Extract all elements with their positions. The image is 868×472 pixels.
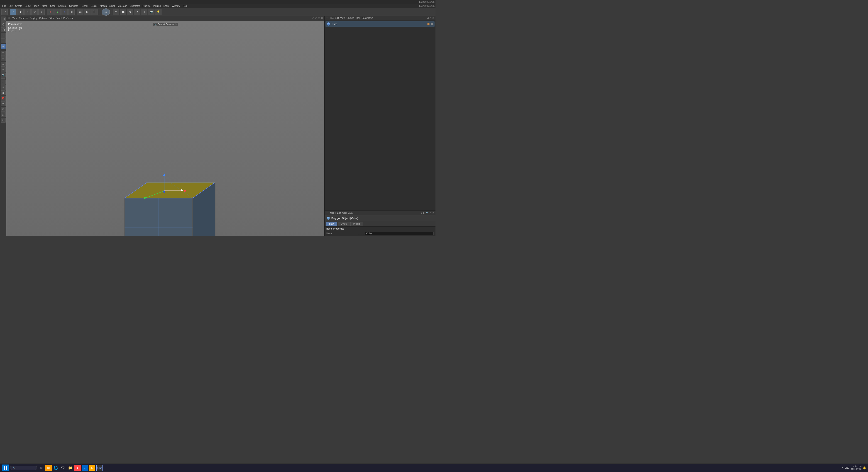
- viewport-menu-panel[interactable]: Panel: [56, 17, 62, 20]
- knife-tool[interactable]: ✂: [1, 117, 6, 123]
- menu-window[interactable]: Window: [170, 5, 181, 7]
- props-edit[interactable]: Edit: [337, 212, 341, 214]
- name-input[interactable]: [365, 232, 434, 235]
- coord-system-button[interactable]: ⊞: [68, 9, 74, 15]
- spline-tool[interactable]: ⌒: [1, 51, 6, 56]
- viewport-menu-prorender[interactable]: ProRender: [63, 17, 74, 20]
- selected-info: Selected Total Polys 1 6: [8, 23, 23, 32]
- twist-tool[interactable]: ↺: [1, 101, 6, 106]
- menu-mesh[interactable]: Mesh: [40, 5, 49, 7]
- render-to-file-button[interactable]: ⬛: [91, 9, 97, 15]
- menu-tools[interactable]: Tools: [32, 5, 40, 7]
- cube-object-item[interactable]: Cube: [326, 21, 435, 27]
- props-ctrl-min[interactable]: ◻: [430, 212, 431, 214]
- props-userdata[interactable]: User Data: [342, 212, 352, 214]
- select-tool-button[interactable]: ↖: [10, 9, 17, 15]
- polygon-mode[interactable]: [1, 27, 6, 32]
- viewport-ctrl-4[interactable]: ✕: [321, 17, 323, 20]
- obj-mgr-ctrl1[interactable]: ◀: [427, 17, 429, 19]
- menu-character[interactable]: Character: [128, 5, 141, 7]
- render-prev-button[interactable]: ⏮: [77, 9, 84, 15]
- props-ctrl-fwd[interactable]: ▶: [423, 212, 425, 214]
- 3d-viewport[interactable]: Perspective Selected Total Polys 1 6 📷 D…: [6, 21, 324, 236]
- mesh-tool[interactable]: [1, 22, 6, 27]
- render-button[interactable]: ▶: [84, 9, 91, 15]
- pencil-tool-button[interactable]: ✏: [113, 9, 119, 15]
- menu-pipeline[interactable]: Pipeline: [141, 5, 152, 7]
- z-axis-button[interactable]: Z: [61, 9, 68, 15]
- move-tool-button[interactable]: ✛: [17, 9, 24, 15]
- undo-button[interactable]: ↩: [1, 9, 8, 15]
- x-axis-button[interactable]: X: [47, 9, 54, 15]
- face-mode[interactable]: ■: [1, 44, 6, 49]
- deform-tool[interactable]: ◈: [1, 62, 6, 67]
- viewport-ctrl-1[interactable]: ⤢: [312, 17, 314, 20]
- tab-coord[interactable]: Coord: [338, 222, 350, 226]
- sidebar-separator2: [1, 78, 5, 79]
- y-axis-button[interactable]: Y: [54, 9, 61, 15]
- tab-phong[interactable]: Phong: [350, 222, 363, 226]
- line-tool[interactable]: /: [1, 79, 6, 85]
- menu-create[interactable]: Create: [14, 5, 23, 7]
- soft-sel-tool[interactable]: ◯: [1, 112, 6, 117]
- rotate-tool-button[interactable]: ⟳: [31, 9, 38, 15]
- menu-help[interactable]: Help: [181, 5, 189, 7]
- separator2: [46, 9, 46, 15]
- tab-basic[interactable]: Basic: [326, 222, 337, 226]
- obj-mgr-file[interactable]: File: [330, 17, 334, 19]
- menu-file[interactable]: File: [1, 5, 7, 7]
- lattice-tool[interactable]: ⊞: [1, 107, 6, 112]
- sculpt-tool-button[interactable]: ✿: [127, 9, 133, 15]
- menu-render[interactable]: Render: [80, 5, 90, 7]
- menu-animate[interactable]: Animate: [57, 5, 68, 7]
- props-ctrl-close[interactable]: ✕: [432, 212, 434, 214]
- menu-plugins[interactable]: Plugins: [152, 5, 162, 7]
- obj-mgr-objects[interactable]: Objects: [347, 17, 354, 19]
- camera-button[interactable]: 📷: [148, 9, 154, 15]
- paint-sel-tool[interactable]: 🖌: [1, 85, 6, 90]
- nurbs-tool[interactable]: ~: [1, 56, 6, 61]
- grid-button[interactable]: #: [141, 9, 148, 15]
- obj-mgr-tags[interactable]: Tags: [355, 17, 361, 19]
- menu-edit[interactable]: Edit: [7, 5, 14, 7]
- viewport-menu-view[interactable]: View: [12, 17, 17, 20]
- menu-select[interactable]: Select: [23, 5, 32, 7]
- point-mode[interactable]: •: [1, 33, 6, 38]
- scale-tool-button[interactable]: ⤡: [24, 9, 31, 15]
- obj-mgr-edit[interactable]: Edit: [335, 17, 339, 19]
- camera-obj-tool[interactable]: 📷: [1, 72, 6, 77]
- viewport-ctrl-3[interactable]: ◻: [318, 17, 320, 20]
- obj-mgr-ctrl2[interactable]: ◻: [430, 17, 431, 19]
- svg-marker-15: [163, 173, 165, 176]
- props-ctrl-back[interactable]: ◀: [421, 212, 422, 214]
- model-tool[interactable]: [1, 16, 6, 22]
- menu-snap[interactable]: Snap: [49, 5, 57, 7]
- gradient-tool[interactable]: ◑: [1, 91, 6, 95]
- menu-mograph[interactable]: MoGraph: [116, 5, 129, 7]
- viewport-menu-display[interactable]: Display: [30, 17, 37, 20]
- obj-manager-menubar: ⠿⠿ File Edit View Objects Tags Bookmarks…: [324, 16, 435, 21]
- magnet-tool[interactable]: 🧲: [1, 96, 6, 101]
- paint-tool-button[interactable]: ✦: [134, 9, 141, 15]
- obj-mgr-ctrl3[interactable]: ✕: [432, 17, 434, 19]
- center-area: ⠿⠿ View Cameras Display Options Filter P…: [6, 16, 324, 236]
- props-ctrl-search[interactable]: 🔍: [426, 212, 429, 214]
- props-mode[interactable]: Mode: [330, 212, 336, 214]
- viewport-menu-filter[interactable]: Filter: [49, 17, 54, 20]
- light-button[interactable]: 💡: [155, 9, 161, 15]
- menu-simulate[interactable]: Simulate: [68, 5, 80, 7]
- camera-icon: 📷: [154, 23, 157, 26]
- transform-tool-button[interactable]: +: [38, 9, 45, 15]
- light-tool[interactable]: ☀: [1, 67, 6, 72]
- viewport-ctrl-2[interactable]: ⊕: [315, 17, 317, 20]
- menu-sculpt[interactable]: Sculpt: [90, 5, 99, 7]
- menu-script[interactable]: Script: [162, 5, 171, 7]
- viewport-menu-cameras[interactable]: Cameras: [19, 17, 28, 20]
- cube-nav-widget[interactable]: 3D: [101, 7, 111, 17]
- brush-tool-button[interactable]: ⬤: [120, 9, 126, 15]
- edge-mode[interactable]: —: [1, 38, 6, 43]
- menu-motion-tracker[interactable]: Motion Tracker: [99, 5, 116, 7]
- viewport-menu-options[interactable]: Options: [39, 17, 47, 20]
- obj-mgr-bookmarks[interactable]: Bookmarks: [362, 17, 373, 19]
- obj-mgr-view[interactable]: View: [340, 17, 345, 19]
